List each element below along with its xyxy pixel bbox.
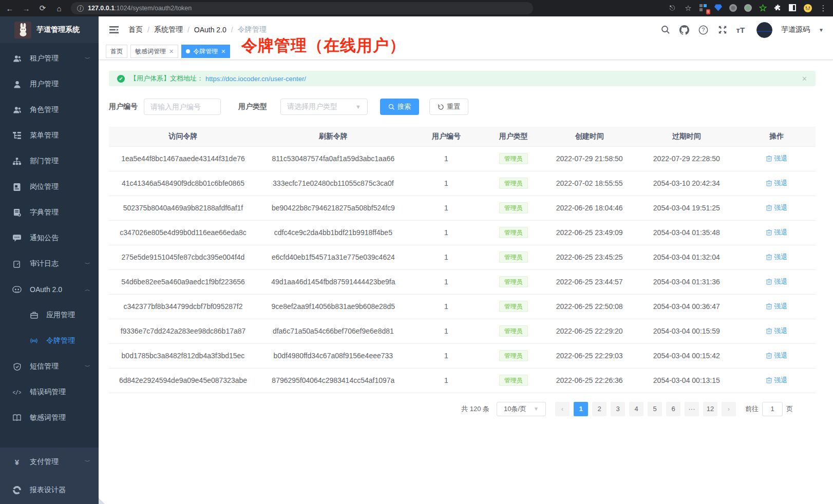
table-row: c342377bf8b344799dcbf7bf095287f29ce8ef2a… [109, 294, 816, 319]
force-logout-button[interactable]: 强退 [766, 277, 787, 286]
sidebar-item-post[interactable]: 岗位管理 [0, 174, 99, 200]
username[interactable]: 芋道源码 [781, 25, 810, 34]
extension-green-dot-icon[interactable] [744, 4, 752, 12]
access-token-cell: f9336e7c7dd242a283ee98dc86b17a87 [109, 319, 257, 343]
chevron-down-icon: ﹀ [85, 261, 90, 267]
help-icon[interactable]: ? [698, 25, 709, 35]
sidebar-item-audit-log[interactable]: 审计日志﹀ [0, 251, 99, 277]
user-id-input[interactable] [144, 99, 221, 115]
sidebar-toggle-icon[interactable] [789, 4, 797, 12]
search-button[interactable]: 搜索 [380, 99, 419, 115]
user-id-cell: 1 [409, 171, 483, 196]
force-logout-button[interactable]: 强退 [766, 203, 787, 212]
user-id-cell: 1 [409, 146, 483, 171]
alert-close-icon[interactable]: ✕ [802, 75, 807, 83]
tab-sensitive-word[interactable]: 敏感词管理✕ [130, 45, 178, 58]
forward-icon[interactable]: → [22, 4, 31, 13]
sidebar-item-report-designer[interactable]: 报表设计器 [0, 476, 99, 504]
tab-首页[interactable]: 首页 [106, 45, 127, 58]
force-logout-button[interactable]: 强退 [766, 253, 787, 262]
search-icon[interactable] [660, 25, 671, 35]
force-logout-button[interactable]: 强退 [766, 351, 787, 360]
force-logout-button[interactable]: 强退 [766, 302, 787, 311]
tab-close-icon[interactable]: ✕ [169, 48, 174, 55]
pagination: 共 120 条 10条/页▼ ‹ 123456···12 › 前往 页 [109, 402, 816, 416]
user-caret-icon[interactable]: ▼ [819, 27, 824, 33]
page-button-3[interactable]: 3 [611, 402, 625, 416]
sidebar-item-menu[interactable]: 菜单管理 [0, 123, 99, 148]
more-pages-button[interactable]: ··· [685, 402, 699, 416]
user-type-cell: 管理员 [483, 146, 543, 171]
extension-tampermonkey-icon[interactable]: 9 [699, 4, 708, 12]
jump-page-input[interactable] [762, 402, 783, 416]
chrome-menu-icon[interactable]: ⋮ [819, 4, 828, 13]
sidebar-item-error-code[interactable]: </>错误码管理 [0, 379, 99, 405]
extension-green-star-icon[interactable] [759, 4, 767, 12]
share-icon[interactable]: ⎋ [668, 4, 677, 12]
sidebar-item-notice[interactable]: 通知公告 [0, 225, 99, 251]
breadcrumb-oauth[interactable]: OAuth 2.0 [194, 26, 226, 34]
page-button-4[interactable]: 4 [629, 402, 643, 416]
font-size-icon[interactable]: ᴛT [736, 26, 745, 34]
hamburger-icon[interactable] [109, 25, 119, 35]
extension-gem-icon[interactable] [714, 4, 723, 12]
force-logout-button[interactable]: 强退 [766, 179, 787, 188]
sidebar-item-dict[interactable]: 字典管理 [0, 200, 99, 225]
created-time-cell: 2022-06-25 23:49:09 [543, 220, 635, 245]
reload-icon[interactable]: ⟳ [38, 4, 47, 13]
profile-emoji-icon[interactable] [804, 4, 812, 12]
tab-oauth2-token[interactable]: 令牌管理✕ [181, 45, 230, 58]
user-type-cell: 管理员 [483, 319, 543, 343]
sidebar-item-oauth2-token[interactable]: A令牌管理 [0, 328, 99, 354]
expire-time-cell: 2054-03-04 19:51:25 [635, 196, 738, 220]
refresh-token-cell: 811c530487574fa0af1a59d3abc1aa66 [257, 146, 409, 171]
breadcrumb-system[interactable]: 系统管理 [154, 25, 183, 34]
page-button-6[interactable]: 6 [666, 402, 680, 416]
fullscreen-icon[interactable] [717, 25, 728, 35]
sidebar-item-pay[interactable]: ¥支付管理﹀ [0, 448, 99, 476]
extension-gray-circle-icon[interactable] [729, 4, 737, 12]
message-icon [12, 234, 22, 243]
created-time-cell: 2022-06-25 22:50:08 [543, 294, 635, 319]
github-icon[interactable] [679, 25, 690, 35]
bookmark-star-icon[interactable]: ☆ [684, 4, 693, 13]
code-icon: </> [12, 387, 22, 397]
next-page-button[interactable]: › [722, 402, 736, 416]
page-button-12[interactable]: 12 [703, 402, 717, 416]
app-logo-header[interactable]: 芋道管理系统 [0, 16, 99, 43]
sidebar-item-oauth2[interactable]: OAuth 2.0︿ [0, 277, 99, 302]
back-icon[interactable]: ← [5, 4, 14, 13]
alert-doc-link[interactable]: https://doc.iocoder.cn/user-center/ [205, 75, 306, 83]
breadcrumb-home[interactable]: 首页 [128, 25, 143, 34]
site-info-icon[interactable]: i [77, 5, 84, 12]
tab-close-icon[interactable]: ✕ [221, 48, 225, 55]
page-button-5[interactable]: 5 [648, 402, 662, 416]
force-logout-button[interactable]: 强退 [766, 228, 787, 237]
sidebar-item-sms[interactable]: 短信管理﹀ [0, 354, 99, 379]
user-type-tag: 管理员 [499, 153, 528, 164]
sidebar-item-role[interactable]: 角色管理 [0, 97, 99, 123]
address-bar[interactable]: i 127.0.0.1:1024/system/oauth2/token [71, 2, 533, 14]
created-time-cell: 2022-06-25 22:29:03 [543, 343, 635, 368]
prev-page-button[interactable]: ‹ [555, 402, 570, 416]
page-button-2[interactable]: 2 [592, 402, 607, 416]
sidebar-item-tenant[interactable]: 租户管理﹀ [0, 46, 99, 71]
dict-icon [12, 208, 22, 217]
force-logout-button[interactable]: 强退 [766, 326, 787, 336]
sidebar-item-user[interactable]: 用户管理 [0, 71, 99, 97]
reset-button[interactable]: 重置 [429, 99, 468, 115]
sidebar-item-oauth2-app[interactable]: 应用管理 [0, 302, 99, 328]
action-cell: 强退 [738, 245, 816, 269]
avatar[interactable] [756, 22, 772, 38]
force-logout-button[interactable]: 强退 [766, 154, 787, 163]
sidebar-item-sensitive-word[interactable]: 敏感词管理 [0, 405, 99, 431]
extension-puzzle-icon[interactable] [774, 4, 782, 12]
force-logout-button[interactable]: 强退 [766, 376, 787, 385]
page-button-1[interactable]: 1 [574, 402, 588, 416]
table-row: f9336e7c7dd242a283ee98dc86b17a87dfa6c71a… [109, 319, 816, 343]
page-size-select[interactable]: 10条/页▼ [497, 402, 546, 416]
home-icon[interactable]: ⌂ [54, 4, 64, 13]
user-type-select[interactable]: 请选择用户类型 ▼ [280, 99, 368, 115]
action-cell: 强退 [738, 220, 816, 245]
sidebar-item-dept[interactable]: 部门管理 [0, 148, 99, 174]
